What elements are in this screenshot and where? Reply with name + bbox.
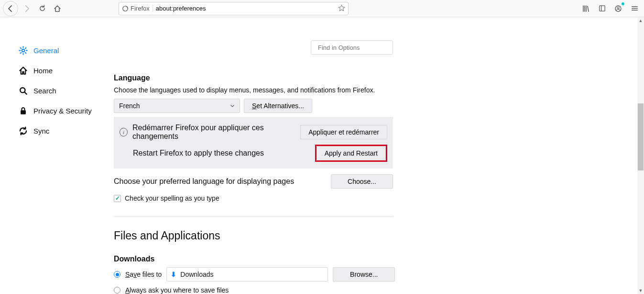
sidebar-item-search[interactable]: Search	[18, 80, 100, 101]
apply-restart-button-fr[interactable]: Appliquer et redémarrer	[300, 125, 387, 139]
svg-point-5	[22, 49, 24, 51]
library-icon	[582, 5, 589, 12]
lock-icon	[18, 106, 28, 115]
home-icon	[54, 5, 61, 12]
spellcheck-label: Check your spelling as you type	[125, 194, 219, 202]
sidebar-item-privacy[interactable]: Privacy & Security	[18, 101, 100, 121]
apply-restart-button-en[interactable]: Apply and Restart	[317, 146, 386, 160]
browse-button[interactable]: Browse...	[333, 267, 395, 282]
sidebar-button[interactable]	[595, 2, 609, 15]
always-ask-radio[interactable]	[114, 287, 120, 294]
account-icon	[614, 5, 622, 12]
identity-label: Firefox	[131, 5, 150, 12]
restart-text-fr: Redémarrer Firefox pour appliquer ces ch…	[132, 124, 300, 141]
always-ask-label: Always ask you where to save files	[125, 286, 229, 294]
browser-toolbar: Firefox	[0, 0, 644, 17]
forward-button[interactable]	[20, 2, 33, 15]
home-icon	[18, 66, 28, 75]
url-bar[interactable]: Firefox	[119, 2, 349, 15]
svg-point-4	[617, 7, 619, 9]
save-to-radio[interactable]	[114, 271, 120, 278]
svg-rect-1	[599, 6, 604, 11]
sidebar-item-label: Home	[33, 67, 53, 75]
selected-language: French	[119, 102, 140, 110]
bookmark-button[interactable]	[338, 4, 345, 13]
find-input[interactable]	[318, 44, 398, 51]
downloads-heading: Downloads	[114, 255, 531, 263]
sidebar-item-label: Search	[33, 87, 56, 95]
reload-button[interactable]	[35, 2, 49, 15]
account-button[interactable]	[611, 2, 625, 15]
url-input[interactable]	[156, 5, 335, 12]
preferences-content: Language Choose the languages used to di…	[100, 17, 531, 294]
identity-box[interactable]: Firefox	[122, 5, 153, 12]
language-select[interactable]: French	[114, 99, 240, 113]
apply-restart-highlight: Apply and Restart	[315, 145, 387, 162]
arrow-right-icon	[23, 5, 31, 12]
spellcheck-row[interactable]: Check your spelling as you type	[114, 194, 531, 202]
gear-icon	[18, 46, 28, 55]
hamburger-icon	[631, 5, 638, 12]
notification-dot-icon	[622, 2, 624, 5]
home-button[interactable]	[51, 2, 64, 15]
sidebar-item-general[interactable]: General	[18, 40, 100, 60]
download-path[interactable]: ⬇ Downloads	[166, 267, 328, 282]
svg-rect-8	[21, 110, 26, 114]
language-desc: Choose the languages used to display men…	[114, 86, 531, 94]
download-path-label: Downloads	[180, 271, 213, 278]
arrow-left-icon	[7, 5, 14, 12]
save-to-label: Save files to	[125, 271, 162, 278]
sidebar-item-home[interactable]: Home	[18, 60, 100, 80]
download-arrow-icon: ⬇	[171, 271, 176, 278]
files-apps-heading: Files and Applications	[114, 229, 531, 242]
sidebar-item-label: Privacy & Security	[33, 107, 92, 115]
preferred-pages-label: Choose your preferred language for displ…	[114, 177, 294, 186]
scroll-up-button[interactable]: ▲	[637, 17, 644, 24]
library-button[interactable]	[579, 2, 592, 15]
reload-icon	[39, 5, 46, 12]
chevron-down-icon	[230, 103, 235, 108]
search-icon	[18, 86, 28, 95]
preferences-sidebar: General Home Search Privacy & Security S…	[0, 17, 100, 294]
toolbar-right	[579, 2, 641, 15]
sidebar-icon	[599, 5, 606, 12]
sidebar-item-sync[interactable]: Sync	[18, 121, 100, 141]
firefox-icon	[122, 5, 129, 12]
back-button[interactable]	[3, 1, 18, 16]
menu-button[interactable]	[628, 2, 641, 15]
restart-text-en: Restart Firefox to apply these changes	[133, 149, 264, 158]
language-heading: Language	[114, 74, 531, 82]
restart-notice: i Redémarrer Firefox pour appliquer ces …	[114, 117, 393, 169]
set-alternatives-button[interactable]: Set Alternatives...	[244, 99, 312, 113]
sidebar-item-label: Sync	[33, 127, 49, 135]
scroll-thumb[interactable]	[638, 103, 644, 170]
choose-language-button[interactable]: Choose...	[331, 174, 393, 189]
scroll-down-button[interactable]: ▼	[637, 287, 644, 294]
sync-icon	[18, 126, 28, 136]
svg-line-7	[24, 92, 26, 94]
sidebar-item-label: General	[33, 46, 59, 55]
separator	[114, 216, 393, 217]
star-icon	[338, 4, 345, 11]
find-in-options[interactable]	[311, 40, 393, 55]
info-icon: i	[120, 128, 128, 136]
vertical-scrollbar[interactable]: ▲ ▼	[637, 17, 644, 294]
spellcheck-checkbox[interactable]	[114, 195, 121, 202]
